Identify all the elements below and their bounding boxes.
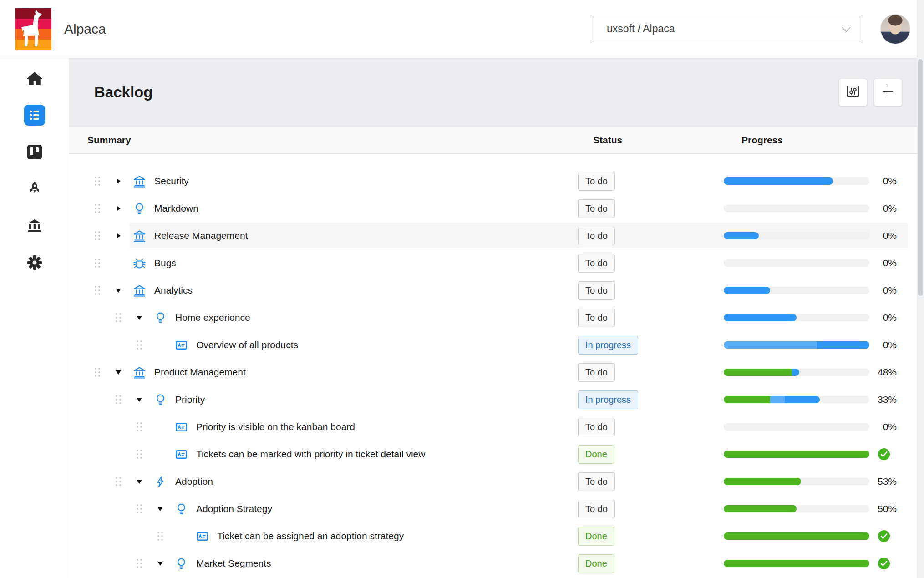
add-item-button[interactable]: [874, 78, 902, 106]
table-row[interactable]: Market Segments Done: [69, 550, 924, 577]
drag-handle-icon[interactable]: [94, 231, 101, 241]
status-badge[interactable]: To do: [578, 363, 615, 382]
status-cell: To do: [578, 222, 615, 249]
row-label[interactable]: Market Segments: [196, 558, 271, 569]
progress-bar: [724, 532, 869, 540]
table-row[interactable]: Overview of all products In progress 0%: [69, 331, 924, 359]
sidebar-item-releases[interactable]: [24, 179, 45, 200]
row-label[interactable]: Priority: [175, 394, 205, 405]
expand-toggle[interactable]: [116, 178, 121, 184]
row-label[interactable]: Ticket can be assigned an adoption strat…: [217, 531, 404, 542]
drag-handle-icon[interactable]: [94, 367, 101, 377]
status-badge[interactable]: To do: [578, 199, 615, 218]
backlog-tree: Security To do 0% Markdown: [69, 154, 924, 577]
status-cell: In progress: [578, 386, 638, 413]
table-row[interactable]: Ticket can be assigned an adoption strat…: [69, 522, 924, 550]
row-label[interactable]: Adoption Strategy: [196, 503, 272, 514]
table-row[interactable]: Security To do 0%: [69, 167, 924, 195]
status-badge[interactable]: To do: [578, 254, 615, 273]
row-label[interactable]: Security: [154, 176, 189, 187]
status-badge[interactable]: To do: [578, 227, 615, 245]
expand-toggle[interactable]: [116, 370, 121, 375]
table-row[interactable]: Bugs To do 0%: [69, 249, 924, 277]
row-label[interactable]: Release Management: [154, 230, 248, 241]
row-label[interactable]: Product Management: [154, 367, 246, 378]
row-label[interactable]: Priority is visible on the kanban board: [196, 421, 355, 432]
status-badge[interactable]: To do: [578, 472, 615, 491]
table-row[interactable]: Markdown To do 0%: [69, 195, 924, 222]
status-badge[interactable]: Done: [578, 445, 614, 464]
drag-handle-icon[interactable]: [136, 504, 142, 514]
row-label[interactable]: Overview of all products: [196, 340, 298, 350]
table-row[interactable]: Adoption To do 53%: [69, 468, 924, 495]
expand-toggle[interactable]: [116, 206, 121, 211]
drag-handle-icon[interactable]: [115, 313, 122, 323]
status-cell: In progress: [578, 331, 638, 359]
sidebar-item-home[interactable]: [24, 69, 45, 90]
status-badge[interactable]: To do: [578, 172, 615, 191]
table-row[interactable]: Priority is visible on the kanban board …: [69, 413, 924, 441]
table-row[interactable]: Product Management To do 48%: [69, 359, 924, 386]
progress-segment: [724, 505, 797, 512]
expand-toggle[interactable]: [157, 562, 163, 566]
gear-icon: [26, 254, 43, 273]
expand-toggle[interactable]: [137, 398, 142, 402]
row-label[interactable]: Adoption: [175, 476, 213, 487]
drag-handle-icon[interactable]: [94, 285, 101, 295]
bulb-icon: [175, 502, 188, 516]
expand-toggle[interactable]: [116, 233, 121, 238]
drag-handle-icon[interactable]: [136, 422, 142, 432]
page-title: Backlog: [94, 84, 152, 101]
status-badge[interactable]: To do: [578, 500, 615, 518]
progress-percent: 53%: [843, 468, 897, 495]
scrollbar-thumb[interactable]: [918, 59, 923, 296]
status-badge[interactable]: Done: [578, 554, 614, 573]
row-label[interactable]: Bugs: [154, 258, 176, 269]
user-avatar[interactable]: [880, 14, 910, 44]
drag-handle-icon[interactable]: [157, 531, 163, 541]
expand-toggle[interactable]: [137, 316, 142, 320]
table-row[interactable]: Analytics To do 0%: [69, 277, 924, 304]
column-header-status: Status: [593, 135, 622, 146]
sidebar-item-board[interactable]: [24, 142, 45, 163]
table-row[interactable]: Release Management To do 0%: [69, 222, 924, 249]
drag-handle-icon[interactable]: [136, 340, 142, 350]
row-label[interactable]: Analytics: [154, 285, 193, 296]
row-label[interactable]: Markdown: [154, 203, 198, 214]
table-row[interactable]: Tickets can be marked with priority in t…: [69, 441, 924, 468]
drag-handle-icon[interactable]: [115, 477, 122, 487]
workspace-selector[interactable]: uxsoft / Alpaca: [590, 15, 863, 43]
bank-icon: [133, 229, 146, 243]
expand-toggle[interactable]: [137, 480, 142, 484]
drag-handle-icon[interactable]: [136, 558, 142, 568]
status-badge[interactable]: In progress: [578, 336, 638, 355]
sidebar-item-projects[interactable]: [24, 216, 45, 237]
drag-handle-icon[interactable]: [115, 395, 122, 405]
drag-handle-icon[interactable]: [94, 176, 101, 186]
view-options-button[interactable]: [839, 78, 867, 106]
expand-toggle[interactable]: [157, 507, 163, 511]
drag-handle-icon[interactable]: [136, 449, 142, 459]
row-label[interactable]: Tickets can be marked with priority in t…: [196, 449, 425, 460]
expand-toggle[interactable]: [116, 289, 121, 293]
drag-handle-icon[interactable]: [94, 203, 101, 213]
drag-handle-icon[interactable]: [94, 258, 101, 268]
sidebar-item-backlog[interactable]: [24, 106, 45, 127]
table-row[interactable]: Home experience To do 0%: [69, 304, 924, 331]
table-row[interactable]: Adoption Strategy To do 50%: [69, 495, 924, 522]
bulb-icon: [133, 202, 146, 215]
row-label[interactable]: Home experience: [175, 312, 250, 323]
status-badge[interactable]: In progress: [578, 390, 638, 409]
status-badge[interactable]: To do: [578, 418, 615, 436]
status-cell: To do: [578, 249, 615, 277]
status-badge[interactable]: To do: [578, 281, 615, 300]
summary-cell: Security: [69, 167, 189, 195]
progress-segment: [724, 341, 817, 349]
sidebar-item-settings[interactable]: [24, 253, 45, 274]
status-badge[interactable]: To do: [578, 309, 615, 327]
plus-icon: [880, 84, 896, 101]
ticket-icon: [196, 530, 209, 543]
table-row[interactable]: Priority In progress 33%: [69, 386, 924, 413]
progress-segment: [724, 314, 797, 321]
status-badge[interactable]: Done: [578, 527, 614, 546]
